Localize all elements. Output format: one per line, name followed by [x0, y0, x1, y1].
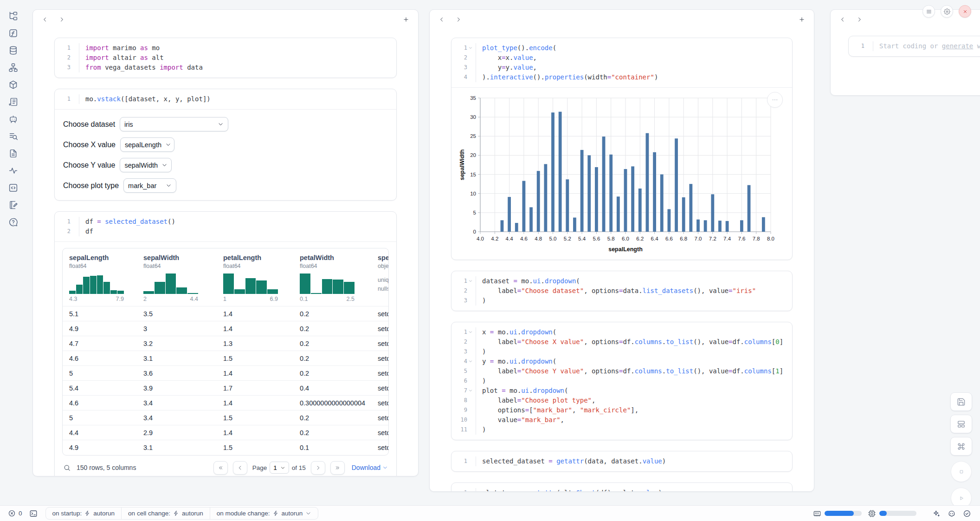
table-cell: 0.1	[293, 440, 371, 455]
fold-chevron-icon[interactable]	[468, 359, 473, 364]
stop-button[interactable]	[951, 461, 972, 482]
chevrons-left-icon	[218, 465, 224, 471]
download-button[interactable]: Download	[352, 464, 388, 471]
run-setting-on-module-change[interactable]: on module change:autorun	[210, 508, 318, 519]
dropdown-choose-x-value[interactable]: sepalLength	[120, 137, 174, 152]
control-label: Choose Y value	[63, 161, 115, 169]
bar-x-4.8	[537, 171, 540, 232]
sidebar-item-tracing[interactable]	[6, 164, 20, 177]
sidebar-item-file-explorer[interactable]	[6, 9, 20, 22]
sidebar-item-dependencies[interactable]	[6, 61, 20, 74]
code-editor[interactable]: 1234plot_type().encode( x=x.value, y=y.v…	[451, 38, 792, 87]
code-line: mo.vstack([dataset, x, y, plot])	[85, 94, 396, 104]
runtime-status-button[interactable]	[963, 509, 972, 518]
copilot-status-button[interactable]	[948, 509, 957, 518]
panel-next-button[interactable]	[853, 13, 865, 26]
fold-chevron-icon[interactable]	[468, 46, 473, 51]
table-row[interactable]: 4.73.21.30.2setosa	[63, 336, 389, 351]
add-cell-button[interactable]	[400, 13, 412, 26]
panel-next-button[interactable]	[56, 13, 68, 26]
column-dtype: float64	[69, 263, 130, 269]
table-row[interactable]: 4.42.91.40.2setosa	[63, 425, 389, 440]
error-indicator[interactable]: 0	[8, 509, 22, 517]
sidebar-item-data-sources[interactable]	[6, 44, 20, 57]
code-editor[interactable]: 123dataset = mo.ui.dropdown( label="Choo…	[451, 271, 792, 311]
sidebar-item-logs[interactable]	[6, 95, 20, 108]
panel-next-button[interactable]	[452, 13, 464, 26]
status-bar: 0 on startup:autorunon cell change:autor…	[0, 505, 980, 521]
sidebar-item-scratchpad[interactable]	[6, 198, 20, 211]
code-editor[interactable]: 1plot_type = getattr(alt.Chart(df), plot…	[451, 483, 792, 491]
panel-prev-button[interactable]	[39, 13, 51, 26]
table-row[interactable]: 4.63.41.40.3000000000000004setosa	[63, 396, 389, 410]
fold-chevron-icon[interactable]	[468, 279, 473, 284]
last-page-button[interactable]	[330, 461, 345, 475]
column-header-petalLength[interactable]: petalLengthfloat6416.9	[217, 248, 293, 306]
run-setting-on-cell-change[interactable]: on cell change:autorun	[121, 508, 210, 519]
column-header-sepalLength[interactable]: sepalLengthfloat644.37.9	[63, 248, 137, 306]
code-token: ().	[533, 73, 545, 81]
sidebar-item-documentation[interactable]	[6, 147, 20, 160]
add-cell-button[interactable]	[796, 13, 808, 26]
fold-chevron-icon[interactable]	[468, 388, 473, 393]
table-row[interactable]: 53.61.40.2setosa	[63, 366, 389, 381]
sidebar-item-chat[interactable]	[6, 112, 20, 125]
column-header-sepalWidth[interactable]: sepalWidthfloat6424.4	[137, 248, 217, 306]
sidebar-item-outline[interactable]	[6, 130, 20, 143]
panel-prev-button[interactable]	[837, 13, 849, 26]
table-row[interactable]: 53.41.50.2setosa	[63, 410, 389, 425]
code-token: columns	[635, 338, 662, 345]
ai-features-button[interactable]	[932, 509, 941, 518]
code-editor[interactable]: 1234567891011x = mo.ui.dropdown( label="…	[451, 322, 792, 440]
line-number-value: 11	[461, 425, 467, 435]
close-button[interactable]	[959, 5, 971, 18]
table-row[interactable]: 4.931.40.2setosa	[63, 321, 389, 336]
prev-page-button[interactable]	[233, 461, 247, 475]
next-page-button[interactable]	[311, 461, 325, 475]
page-select[interactable]: 1	[270, 462, 289, 474]
column-name: petalWidth	[300, 248, 365, 261]
menu-button[interactable]	[922, 5, 935, 18]
code-editor[interactable]: 1selected_dataset = getattr(data, datase…	[451, 451, 792, 471]
panel-prev-button[interactable]	[436, 13, 448, 26]
column-header-petalWidth[interactable]: petalWidthfloat640.12.5	[293, 248, 371, 306]
table-row[interactable]: 4.63.11.50.2setosa	[63, 351, 389, 366]
run-setting-label: on module change:	[217, 510, 270, 517]
table-row[interactable]: 5.13.51.40.2setosa	[63, 306, 389, 321]
table-row[interactable]: 5.43.91.70.4setosa	[63, 381, 389, 396]
commands-button[interactable]	[950, 437, 972, 456]
sidebar-item-packages[interactable]	[6, 78, 20, 91]
line-number-value: 1	[861, 41, 864, 51]
terminal-button[interactable]	[29, 509, 39, 518]
altair-bar-chart[interactable]: 4.04.24.44.64.85.05.25.45.65.86.06.26.46…	[458, 92, 778, 256]
table-row[interactable]: 4.93.11.50.1setosa	[63, 440, 389, 455]
chart-menu-button[interactable]	[767, 92, 783, 108]
code-editor[interactable]: 1mo.vstack([dataset, x, y, plot])	[55, 89, 396, 109]
bar-x-5.6	[595, 167, 598, 232]
document-icon	[8, 149, 18, 158]
status-bar-right	[813, 509, 972, 518]
code-token: interactive	[490, 73, 533, 81]
table-search-button[interactable]	[63, 463, 71, 472]
code-editor[interactable]: 123import marimo as moimport altair as a…	[55, 38, 396, 78]
dropdown-choose-y-value[interactable]: sepalWidth	[120, 158, 172, 172]
table-cell: 1.4	[217, 366, 293, 381]
code-editor[interactable]: 12df = selected_dataset()df	[55, 212, 396, 241]
first-page-button[interactable]	[213, 461, 228, 475]
bar-x-5.3	[573, 218, 576, 232]
sidebar-item-snippets[interactable]	[6, 181, 20, 194]
layout-button[interactable]	[950, 415, 972, 433]
line-number: 1	[451, 276, 476, 286]
cpu-usage-meter-fill	[879, 511, 887, 516]
code-editor[interactable]: 1Start coding or generate with AI	[849, 36, 980, 56]
settings-button[interactable]	[941, 5, 953, 18]
fold-chevron-icon[interactable]	[468, 330, 473, 335]
sidebar-item-variables[interactable]	[6, 26, 20, 39]
dropdown-choose-plot-type[interactable]: mark_bar	[123, 178, 176, 193]
sidebar-item-help[interactable]	[6, 215, 20, 228]
save-button[interactable]	[950, 392, 972, 411]
column-header-species[interactable]: speciesobjectunique:nulls:	[371, 248, 389, 306]
dropdown-choose-dataset[interactable]: iris	[120, 117, 228, 131]
run-setting-on-startup[interactable]: on startup:autorun	[46, 508, 122, 519]
panel-body-left: 123import marimo as moimport altair as a…	[33, 29, 418, 476]
